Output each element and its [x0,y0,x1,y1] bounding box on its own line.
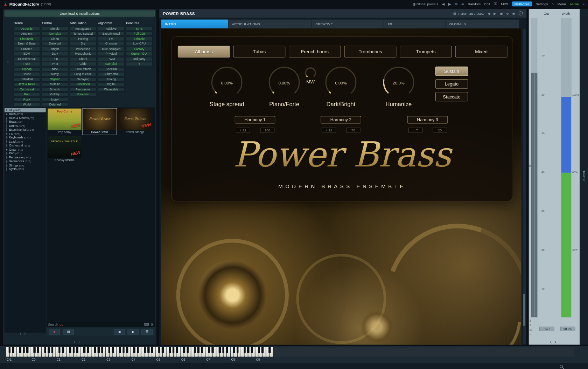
tree-pager[interactable]: ❮ ❯ [20,332,27,335]
tab-articulations[interactable]: ARTICULATIONS [228,20,312,29]
harmony-2-button[interactable]: Harmony 2 [321,116,361,123]
search-input[interactable]: po [59,322,63,326]
filter-item-fm[interactable]: FM [98,36,125,41]
black-key[interactable] [268,347,271,353]
filter-item-pop[interactable]: Pop [14,93,40,97]
tree-item-organ[interactable]: ◈Organ(48) [5,148,46,151]
knob-humanize[interactable]: 20.0% [382,65,415,101]
power-icon[interactable]: ◎ [530,329,532,332]
black-key[interactable] [208,347,210,353]
ensemble-all-brass[interactable]: All brass [178,46,230,57]
black-key[interactable] [173,347,175,353]
black-key[interactable] [244,347,246,353]
filter-item-organic[interactable]: Organic [42,77,68,81]
filter-item-drum-bass[interactable]: Drum & Bass [14,42,40,46]
tree-item-bass[interactable]: ◈Bass(836) [5,112,46,116]
filter-item-smooth[interactable]: Smooth [42,87,68,91]
clear-search-icon[interactable]: ⊖ [150,322,153,326]
black-key[interactable] [137,347,139,353]
black-key[interactable] [98,347,100,353]
filter-item-long-release[interactable]: Long release [70,72,96,76]
filter-item-chord[interactable]: Chord [70,57,96,61]
black-key[interactable] [122,347,125,353]
tree-item-sequences[interactable]: ├Sequences(212) [5,159,46,163]
tree-item-brass[interactable]: ├Brass(99) [5,120,46,124]
filter-item-distorted[interactable]: Distorted [42,42,68,46]
black-key[interactable] [48,347,50,353]
zoom-icon[interactable] [560,364,564,369]
black-key[interactable] [233,347,235,353]
filter-item-industrial[interactable]: Industrial [14,77,40,81]
filter-item-cinematic[interactable]: Cinematic [14,36,40,41]
meter-pager[interactable]: ❮ ❯ [550,341,557,344]
black-key[interactable] [62,347,64,353]
ensemble-tubas[interactable]: Tubas [233,46,285,57]
black-key[interactable] [158,347,160,353]
knob-stage-spread[interactable]: 0.00% [210,65,244,101]
black-key[interactable] [73,347,75,353]
filter-item-custom-gui[interactable]: Custom GUI [126,52,153,56]
filter-item-pulsing[interactable]: Pulsing [70,36,96,41]
black-key[interactable] [212,347,214,353]
filter-item-orchestral[interactable]: Orchestral [14,87,40,91]
black-key[interactable] [108,347,110,353]
filter-item-3rd-party[interactable]: 3rd party [126,57,153,61]
black-key[interactable] [176,347,178,353]
filter-item-nice[interactable]: Nice [42,67,68,71]
knob-dark-bright[interactable]: 0.00% [324,65,358,101]
ensemble-trombones[interactable]: Trombones [344,46,397,57]
help-small-icon[interactable]: ? [530,333,531,336]
filter-item-decaying[interactable]: Decaying [70,77,96,81]
black-key[interactable] [197,347,200,353]
next-arrow-icon[interactable]: ▶ [448,2,451,6]
black-key[interactable] [151,347,153,353]
filter-item-complex[interactable]: Complex [42,32,68,36]
save-icon[interactable]: ▣ [499,12,503,15]
download-addons-button[interactable]: Download & Install addons [5,11,155,16]
black-key[interactable] [37,347,39,353]
tree-item-strings[interactable]: ├Strings(58) [5,163,46,167]
tree-item-synth[interactable]: ├Synth(680) [5,167,46,171]
piano-keyboard[interactable] [0,347,588,357]
filter-item-glide[interactable]: Glide [70,62,96,66]
midi-button[interactable]: MIDI [501,2,508,6]
filter-item-sustained[interactable]: Sustained [70,82,96,87]
black-key[interactable] [34,347,36,353]
filter-item-ambient[interactable]: Ambient [14,32,40,36]
next-preset-icon[interactable]: ▶ [493,12,496,15]
filter-item-thin[interactable]: Thin [42,57,68,61]
preset-power-strings[interactable]: Power StringsNEWPower Strings [118,108,152,135]
black-key[interactable] [8,347,10,353]
panel-pager[interactable]: ❮ ❯ [74,341,81,344]
tree-item-percussive[interactable]: ├Percussive(340) [5,156,46,159]
filter-item-tempo-synced[interactable]: Tempo synced [70,32,96,36]
prev-preset-icon[interactable]: ◀ [488,12,490,15]
black-key[interactable] [94,347,96,353]
black-key[interactable] [51,347,54,353]
black-key[interactable] [58,347,61,353]
articulation-staccato[interactable]: Staccato [435,92,468,102]
filter-item-rock[interactable]: Rock [14,97,40,102]
harmony-2-amount[interactable]: 70 [346,128,360,133]
tab-globals[interactable]: GLOBALS [446,20,519,29]
toolbar-strip[interactable]: Toolbar [580,9,588,345]
next-preset-button[interactable]: ▶ [127,329,139,335]
tree-item-all[interactable]: ◈All(4443) [5,108,46,112]
filter-item-metallic[interactable]: Metallic [42,82,68,87]
filter-item-house[interactable]: House [14,72,40,76]
black-key[interactable] [183,347,185,353]
black-key[interactable] [261,347,264,353]
black-key[interactable] [69,347,71,353]
black-key[interactable] [247,347,249,353]
favorites-button[interactable]: ♥ [49,329,60,335]
harmony-1-interval[interactable]: + 12 [236,128,250,133]
black-key[interactable] [112,347,114,353]
filter-item-spectral[interactable]: Spectral [98,67,125,71]
width-value[interactable]: 98.2% [560,327,575,331]
tree-item-experimental[interactable]: ├Experimental(194) [5,128,46,132]
compare-icon[interactable]: ⊙ [506,12,509,15]
edit-button[interactable]: Edit [484,2,490,6]
menu-button[interactable]: Menu [558,2,566,6]
filter-item-hiphop[interactable]: Hiphop [14,67,40,71]
covers-icon[interactable]: ▤ [63,329,74,335]
